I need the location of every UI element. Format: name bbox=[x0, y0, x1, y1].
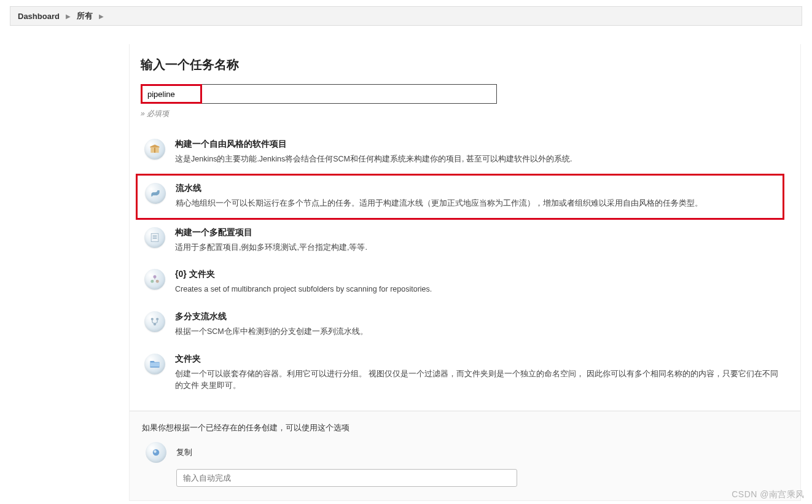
item-pipeline[interactable]: 流水线 精心地组织一个可以长期运行在多个节点上的任务。适用于构建流水线（更加正式… bbox=[136, 174, 784, 220]
svg-point-3 bbox=[154, 276, 157, 279]
svg-point-7 bbox=[156, 318, 158, 320]
item-org-folder[interactable]: {0} 文件夹 Creates a set of multibranch pro… bbox=[141, 262, 789, 304]
svg-point-4 bbox=[150, 280, 154, 283]
folder-icon bbox=[144, 354, 165, 374]
chevron-right-icon: ▶ bbox=[99, 13, 104, 20]
item-multibranch[interactable]: 多分支流水线 根据一个SCM仓库中检测到的分支创建一系列流水线。 bbox=[141, 304, 789, 346]
item-folder[interactable]: 文件夹 创建一个可以嵌套存储的容器。利用它可以进行分组。 视图仅仅是一个过滤器，… bbox=[141, 346, 789, 400]
org-folder-icon bbox=[144, 269, 165, 290]
item-desc: 创建一个可以嵌套存储的容器。利用它可以进行分组。 视图仅仅是一个过滤器，而文件夹… bbox=[175, 368, 786, 392]
svg-point-10 bbox=[154, 451, 157, 454]
item-desc: Creates a set of multibranch project sub… bbox=[175, 284, 432, 295]
name-input-highlight bbox=[141, 84, 202, 104]
required-hint: » 必填项 bbox=[141, 109, 789, 119]
item-title: {0} 文件夹 bbox=[175, 269, 432, 280]
item-title: 文件夹 bbox=[175, 354, 786, 365]
item-title: 多分支流水线 bbox=[175, 311, 368, 322]
multibranch-icon bbox=[144, 311, 165, 332]
watermark: CSDN @南宫乘风 bbox=[732, 489, 805, 500]
svg-rect-2 bbox=[153, 238, 157, 239]
pipeline-icon bbox=[145, 183, 166, 204]
svg-point-5 bbox=[156, 280, 159, 283]
item-desc: 这是Jenkins的主要功能.Jenkins将会结合任何SCM和任何构建系统来构… bbox=[175, 153, 572, 165]
item-desc: 精心地组织一个可以长期运行在多个节点上的任务。适用于构建流水线（更加正式地应当称… bbox=[176, 198, 703, 209]
item-name-input-rest[interactable] bbox=[202, 84, 497, 104]
page-title: 输入一个任务名称 bbox=[141, 56, 789, 73]
breadcrumb-dashboard[interactable]: Dashboard bbox=[18, 12, 60, 21]
copy-icon bbox=[146, 442, 166, 463]
breadcrumb-all[interactable]: 所有 bbox=[77, 10, 93, 21]
item-title: 构建一个多配置项目 bbox=[175, 227, 367, 238]
item-name-input[interactable] bbox=[142, 86, 200, 102]
item-multiconfig[interactable]: 构建一个多配置项目 适用于多配置项目,例如多环境测试,平台指定构建,等等. bbox=[141, 220, 789, 262]
item-title: 流水线 bbox=[176, 183, 703, 194]
svg-rect-1 bbox=[153, 235, 157, 236]
multiconfig-icon bbox=[144, 227, 165, 248]
item-desc: 根据一个SCM仓库中检测到的分支创建一系列流水线。 bbox=[175, 326, 368, 338]
item-title: 构建一个自由风格的软件项目 bbox=[175, 139, 572, 150]
copy-label: 复制 bbox=[176, 448, 192, 458]
copy-from-input[interactable] bbox=[176, 469, 517, 487]
copy-hint: 如果你想根据一个已经存在的任务创建，可以使用这个选项 bbox=[142, 422, 789, 433]
breadcrumb: Dashboard ▶ 所有 ▶ bbox=[10, 6, 802, 26]
svg-point-6 bbox=[151, 318, 154, 320]
box-icon bbox=[144, 139, 165, 160]
chevron-right-icon: ▶ bbox=[66, 13, 71, 20]
item-freestyle[interactable]: 构建一个自由风格的软件项目 这是Jenkins的主要功能.Jenkins将会结合… bbox=[141, 131, 789, 174]
item-desc: 适用于多配置项目,例如多环境测试,平台指定构建,等等. bbox=[175, 242, 367, 254]
